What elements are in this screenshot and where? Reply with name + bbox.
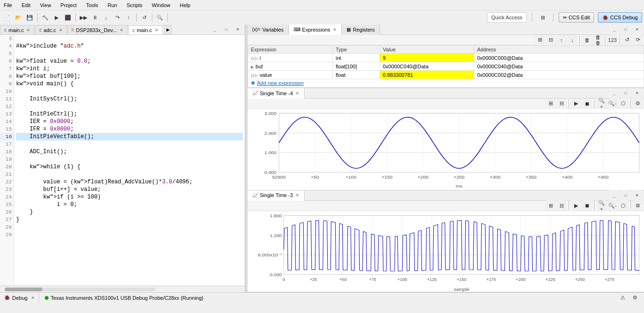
menu-project[interactable]: Project [58, 1, 78, 9]
tab-dsp2833x[interactable]: h DSP2833x_Dev... ✕ [67, 25, 128, 34]
menu-run[interactable]: Run [106, 1, 119, 9]
tab-main-c-2[interactable]: c main.c ✕ [128, 25, 163, 35]
menu-window[interactable]: Window [150, 1, 172, 9]
menu-scripts[interactable]: Scripts [124, 1, 144, 9]
table-row[interactable]: ▶ buffloat[100]0x0000C040@Data0x0000C040… [248, 62, 644, 71]
menu-help[interactable]: Help [178, 1, 192, 9]
tab-overflow-btn[interactable]: ▶ [164, 25, 172, 34]
chart2-zoom-out[interactable]: 🔍- [607, 200, 618, 211]
expr-tb-format[interactable]: 123 [607, 35, 618, 45]
chart2-content: 1.8001.2006.000x10⁻¹0.000+25+50+75+100+1… [248, 211, 644, 292]
tab-registers[interactable]: ▦ Registers [342, 25, 380, 35]
chart1-zoom-fit[interactable]: ⬡ [618, 99, 628, 109]
chart1-tb1[interactable]: ⊞ [545, 99, 556, 109]
quick-access-input[interactable]: Quick Access [487, 12, 527, 23]
expr-tb-2[interactable]: ⊟ [545, 35, 556, 45]
chart1-maximize[interactable]: □ [620, 88, 631, 99]
menu-view[interactable]: View [38, 1, 53, 9]
tab-expr-close[interactable]: ✕ [333, 27, 337, 32]
chart1-props[interactable]: ⚙ [633, 99, 643, 109]
tb-open[interactable]: 📂 [13, 12, 24, 23]
svg-text:0: 0 [282, 277, 285, 281]
tab-close-4[interactable]: ✕ [155, 28, 158, 33]
status-error-btn[interactable]: ⚠ [618, 293, 628, 303]
tb-resume[interactable]: ▶▶ [78, 12, 89, 23]
tab-variables[interactable]: (x)= Variables [248, 25, 289, 35]
tab-adc-c[interactable]: c adc.c ✕ [35, 25, 66, 34]
debug-close[interactable]: ✕ [31, 296, 35, 300]
chart1-minimize[interactable]: _ [609, 88, 619, 99]
tb-step-into[interactable]: ↓ [101, 12, 111, 23]
chart1-tb4[interactable]: ⏹ [582, 99, 592, 109]
editor-maximize[interactable]: □ [221, 25, 231, 34]
table-row[interactable]: (x)= iint90x0000C000@Data [248, 54, 644, 62]
tb-new[interactable]: 📄 [2, 12, 12, 23]
chart2-tab[interactable]: 📈 Single Time -3 ✕ [248, 190, 305, 201]
chart1-tab[interactable]: 📈 Single Time -4 ✕ [248, 88, 305, 99]
svg-text:+250: +250 [575, 277, 585, 281]
chart1-tb2[interactable]: ⊟ [556, 99, 567, 109]
tb-save[interactable]: 💾 [25, 12, 35, 23]
table-row[interactable]: (x)= valuefloat0.8833007810x0000C002@Dat… [248, 71, 644, 79]
tab-close-2[interactable]: ✕ [59, 28, 63, 33]
expr-tb-deleteall[interactable]: 🗑🗑 [593, 35, 603, 45]
tab-close-1[interactable]: ✕ [26, 28, 30, 33]
tab-close-3[interactable]: ✕ [120, 28, 124, 33]
code-editor[interactable]: 3456789101112131415161718192021222324252… [0, 35, 245, 286]
tb-step-over[interactable]: ↷ [112, 12, 123, 23]
tab-expressions[interactable]: ⌨ Expressions ✕ [289, 25, 342, 35]
expr-tb-4[interactable]: ↓ [567, 35, 578, 45]
var-panel-maximize[interactable]: □ [620, 25, 631, 35]
tb-step-return[interactable]: ↑ [124, 12, 134, 23]
tb-search[interactable]: 🔍 [155, 12, 165, 23]
tab-main-c-1[interactable]: c main.c ✕ [0, 25, 34, 34]
tb-stop[interactable]: ⬛ [63, 12, 73, 23]
menu-tools[interactable]: Tools [84, 1, 100, 9]
add-expression-row[interactable]: ✚Add new expression [248, 79, 644, 88]
expr-toolbar: ⊞ ⊟ ↑ ↓ 🗑 🗑🗑 123 ↺ ⟳ [248, 35, 644, 45]
var-panel-close[interactable]: ✕ [632, 25, 642, 35]
chart2-tb4[interactable]: ⏹ [582, 200, 592, 211]
tb-build[interactable]: 🔨 [40, 12, 50, 23]
expr-tb-refresh[interactable]: ⟳ [633, 35, 643, 45]
chart2-zoom-fit[interactable]: ⬡ [618, 200, 628, 211]
chart1-close[interactable]: ✕ [296, 91, 299, 96]
tb-suspend[interactable]: ⏸ [90, 12, 100, 23]
chart2-tb2[interactable]: ⊟ [556, 200, 567, 211]
chart1-close-btn[interactable]: ✕ [632, 88, 642, 99]
menu-file[interactable]: File [2, 1, 14, 9]
editor-close[interactable]: ✕ [232, 25, 243, 34]
ccs-debug-button[interactable]: 🐞 CCS Debug [598, 12, 642, 23]
tb-reset[interactable]: ↺ [139, 12, 149, 23]
expr-tb-3[interactable]: ↑ [556, 35, 567, 45]
var-panel-minimize[interactable]: _ [609, 25, 619, 35]
chart2-props[interactable]: ⚙ [633, 200, 643, 211]
chart2-maximize[interactable]: □ [620, 190, 631, 200]
chart2-minimize[interactable]: _ [609, 190, 619, 200]
expr-tb-delete[interactable]: 🗑 [582, 35, 592, 45]
charts-area: 📈 Single Time -4 ✕ _ □ ✕ ⊞ ⊟ ▶ ⏹ [248, 88, 644, 292]
svg-text:1.000: 1.000 [264, 150, 277, 155]
chart2-zoom-in[interactable]: 🔍+ [596, 200, 607, 211]
menu-edit[interactable]: Edit [20, 1, 33, 9]
tb-sep-5 [167, 13, 168, 22]
col-expression: Expression [248, 46, 333, 54]
expr-tb-cont-refresh[interactable]: ↺ [622, 35, 632, 45]
chart2-tb1[interactable]: ⊞ [545, 200, 556, 211]
ccs-edit-button[interactable]: ✏ CCS Edit [559, 12, 594, 23]
chart1-tb3[interactable]: ▶ [571, 99, 581, 109]
svg-text:+150: +150 [381, 175, 393, 180]
chart2-tb3[interactable]: ▶ [571, 200, 581, 211]
status-settings-btn[interactable]: ⚙ [630, 293, 640, 303]
chart2-close[interactable]: ✕ [296, 193, 299, 198]
add-expression-cell[interactable]: ✚Add new expression [248, 79, 644, 88]
editor-minimize[interactable]: _ [210, 25, 220, 34]
chart1-zoom-out[interactable]: 🔍- [607, 99, 618, 109]
tb-debug[interactable]: ▶ [51, 12, 62, 23]
chart1-zoom-in[interactable]: 🔍+ [596, 99, 607, 109]
expr-tb-1[interactable]: ⊞ [535, 35, 545, 45]
svg-text:+100: +100 [346, 175, 357, 180]
tb-perspective-1[interactable]: ⊞ [537, 12, 548, 23]
chart2-close-btn[interactable]: ✕ [632, 190, 642, 200]
code-hscroll[interactable] [0, 286, 245, 292]
